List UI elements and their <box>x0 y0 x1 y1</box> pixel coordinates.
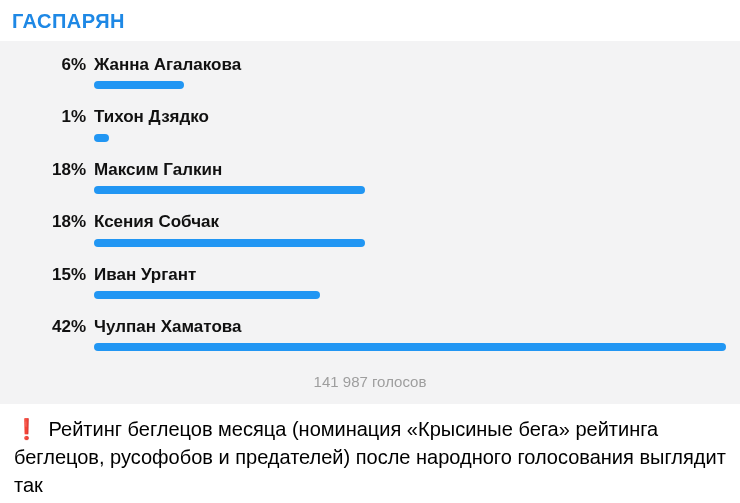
poll-bar <box>94 134 109 142</box>
poll-option[interactable]: 6% Жанна Агалакова <box>14 55 726 89</box>
poll-option-label: Максим Галкин <box>94 160 726 180</box>
poll-option[interactable]: 18% Максим Галкин <box>14 160 726 194</box>
poll-option-percent: 1% <box>14 107 94 141</box>
poll-option-label: Жанна Агалакова <box>94 55 726 75</box>
poll-bar-track <box>94 186 726 194</box>
poll-option[interactable]: 15% Иван Ургант <box>14 265 726 299</box>
poll-bar-track <box>94 81 726 89</box>
poll-bar-track <box>94 239 726 247</box>
post-caption: ❗ Рейтинг беглецов месяца (номинация «Кр… <box>0 404 740 503</box>
poll-bar-track <box>94 134 726 142</box>
poll-option[interactable]: 18% Ксения Собчак <box>14 212 726 246</box>
poll-option[interactable]: 42% Чулпан Хаматова <box>14 317 726 351</box>
poll-bar-track <box>94 343 726 351</box>
poll-option-percent: 18% <box>14 212 94 246</box>
poll-bar-track <box>94 291 726 299</box>
poll-option[interactable]: 1% Тихон Дзядко <box>14 107 726 141</box>
post-caption-text: Рейтинг беглецов месяца (номинация «Крыс… <box>14 418 726 495</box>
poll-option-label: Тихон Дзядко <box>94 107 726 127</box>
poll-option-label: Ксения Собчак <box>94 212 726 232</box>
poll-bar <box>94 81 184 89</box>
poll-total-votes: 141 987 голосов <box>14 369 726 400</box>
poll-option-percent: 42% <box>14 317 94 351</box>
poll-bar <box>94 186 365 194</box>
poll-option-label: Чулпан Хаматова <box>94 317 726 337</box>
poll-option-percent: 18% <box>14 160 94 194</box>
poll-bar <box>94 343 726 351</box>
poll-option-label: Иван Ургант <box>94 265 726 285</box>
poll-container: 6% Жанна Агалакова 1% Тихон Дзядко 18% М… <box>0 41 740 404</box>
poll-option-percent: 6% <box>14 55 94 89</box>
poll-bar <box>94 291 320 299</box>
channel-title: ГАСПАРЯН <box>0 0 740 41</box>
warning-icon: ❗ <box>14 418 39 440</box>
poll-option-percent: 15% <box>14 265 94 299</box>
poll-bar <box>94 239 365 247</box>
